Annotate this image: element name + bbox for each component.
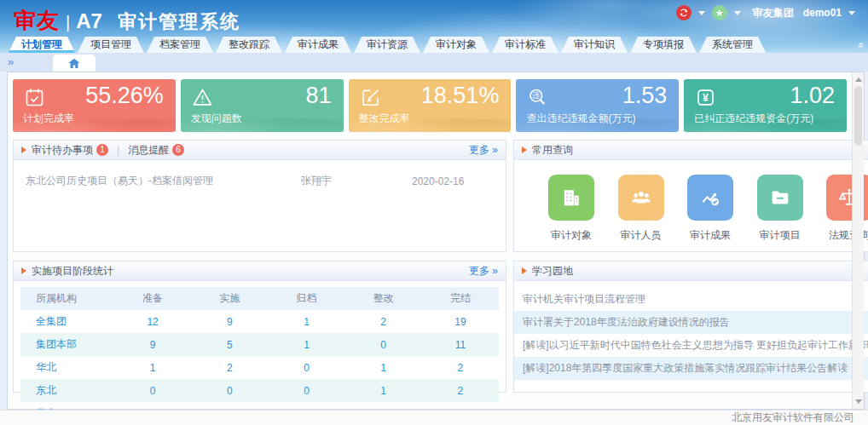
org-link[interactable]: 华北 [20, 360, 114, 375]
stage-count[interactable]: 5 [191, 339, 268, 351]
stage-count[interactable]: 11 [422, 339, 499, 351]
stat-card-corrected-funds[interactable]: ¥ 1.02 已纠正违纪违规资金(万元) [684, 79, 847, 132]
stage-count[interactable]: 2 [422, 362, 499, 374]
user-name-label[interactable]: demo01 [803, 7, 842, 19]
column-header: 归档 [268, 291, 344, 306]
stat-label: 整改完成率 [359, 112, 410, 126]
stage-stats-more-link[interactable]: 更多 » [469, 264, 498, 279]
users-icon [618, 175, 664, 221]
tab-special-reporting[interactable]: 专项填报 [630, 37, 697, 53]
column-header: 所属机构 [20, 291, 114, 306]
stat-value: 1.53 [622, 83, 668, 109]
app-header: 审友 | A7 审计管理系统 ★ 审友集团 demo01 计划管理 项目管理 档… [0, 0, 868, 53]
violation-search-icon: 违 [526, 86, 549, 109]
refresh-icon[interactable] [676, 5, 692, 20]
header-divider: | [117, 144, 119, 156]
stat-card-violation-amount[interactable]: 违 1.53 查出违纪违规金额(万元) [516, 79, 679, 132]
stage-count[interactable]: 0 [114, 385, 191, 397]
stage-count[interactable]: 1 [268, 339, 344, 351]
vertical-scrollbar[interactable] [852, 72, 864, 409]
tab-audit-standards[interactable]: 审计标准 [492, 37, 558, 53]
column-header: 准备 [114, 291, 191, 306]
tab-audit-resources[interactable]: 审计资源 [354, 37, 420, 53]
stage-count[interactable]: 1 [114, 362, 191, 374]
expand-menu-icon[interactable]: » [8, 55, 14, 68]
collapse-header-icon[interactable]: » [854, 43, 866, 49]
learning-panel: 学习园地 更多 » 审计机关审计项目流程管理 审计署关于2018年度法治政府建设… [513, 261, 868, 393]
tab-audit-knowledge[interactable]: 审计知识 [561, 37, 628, 53]
quick-link-audit-staff[interactable]: 审计人员 [618, 175, 664, 243]
todo-panel: 审计待办事项 1 | 消息提醒 6 更多 » 东北公司历史项目（易天）-档案借阅… [13, 140, 506, 252]
home-tab[interactable] [53, 55, 95, 72]
quick-link-label: 审计成果 [690, 228, 731, 243]
todo-item-name[interactable]: 东北公司历史项目（易天）-档案借阅管理 [26, 174, 301, 188]
footer: 北京用友审计软件有限公司 [0, 410, 868, 425]
stage-count[interactable]: 2 [345, 316, 422, 328]
chevron-down-icon[interactable] [848, 11, 855, 15]
scroll-up-icon[interactable] [855, 78, 862, 82]
stage-count[interactable]: 0 [268, 362, 344, 374]
todo-item-date: 2020-02-16 [412, 175, 483, 187]
learning-list: 审计机关审计项目流程管理 审计署关于2018年度法治政府建设情况的报告 [解读]… [514, 288, 868, 380]
scroll-down-icon[interactable] [855, 399, 862, 404]
table-row: 东北 0 0 0 1 2 [20, 379, 499, 402]
tab-archive-management[interactable]: 档案管理 [147, 37, 213, 53]
stage-count[interactable]: 9 [114, 339, 191, 351]
todo-list-item[interactable]: 东北公司历史项目（易天）-档案借阅管理 张翔宇 2020-02-16 [14, 174, 506, 188]
stage-count[interactable]: 2 [191, 362, 268, 374]
stat-card-found-issues[interactable]: 81 发现问题数 [181, 79, 344, 132]
stage-count[interactable]: 12 [114, 316, 191, 328]
quick-link-audit-objects[interactable]: 审计对象 [548, 175, 594, 243]
stage-count[interactable]: 19 [422, 316, 499, 328]
home-icon [67, 57, 81, 69]
quick-link-label: 审计人员 [621, 228, 662, 243]
stat-label: 已纠正违纪违规资金(万元) [694, 112, 813, 126]
stage-count[interactable]: 0 [191, 385, 268, 397]
chevron-down-icon[interactable] [734, 11, 741, 15]
stage-count[interactable]: 2 [422, 385, 499, 397]
app-logo: 审友 | A7 审计管理系统 [14, 6, 240, 36]
stage-count[interactable]: 9 [191, 316, 268, 328]
stage-stats-header: 实施项目阶段统计 更多 » [14, 261, 506, 281]
stage-count[interactable]: 1 [268, 316, 344, 328]
tab-rectification-tracking[interactable]: 整改跟踪 [216, 37, 282, 53]
tab-audit-results[interactable]: 审计成果 [285, 37, 351, 53]
stat-label: 计划完成率 [23, 112, 74, 126]
list-item[interactable]: 审计署关于2018年度法治政府建设情况的报告 [514, 311, 868, 334]
scrollbar-thumb[interactable] [854, 86, 862, 146]
todo-more-link[interactable]: 更多 » [469, 143, 498, 158]
tab-project-management[interactable]: 项目管理 [78, 37, 144, 53]
stage-count[interactable]: 1 [345, 362, 422, 374]
list-item[interactable]: [解读]2018年第四季度国家重大政策措施落实情况跟踪审计结果公告解读 [514, 357, 868, 380]
star-icon[interactable]: ★ [712, 5, 727, 20]
stage-count[interactable]: 0 [268, 385, 344, 397]
todo-panel-header: 审计待办事项 1 | 消息提醒 6 更多 » [14, 141, 506, 160]
main-content: 55.26% 计划完成率 81 发现问题数 18.5 [7, 72, 865, 410]
svg-text:¥: ¥ [703, 92, 709, 104]
chart-check-icon [687, 175, 733, 221]
chevron-down-icon[interactable] [698, 11, 705, 15]
stat-value: 18.51% [421, 83, 500, 109]
tab-system-management[interactable]: 系统管理 [699, 37, 766, 53]
messages-title[interactable]: 消息提醒 [128, 143, 169, 158]
stage-count[interactable]: 1 [345, 385, 422, 397]
list-item[interactable]: 审计机关审计项目流程管理 [514, 288, 868, 311]
quick-query-panel: 常用查询 [513, 140, 868, 252]
stat-card-rectification-completion[interactable]: 18.51% 整改完成率 [349, 79, 512, 132]
stat-card-plan-completion[interactable]: 55.26% 计划完成率 [13, 79, 176, 132]
tab-audit-objects[interactable]: 审计对象 [423, 37, 489, 53]
org-link[interactable]: 集团本部 [20, 337, 114, 352]
quick-link-audit-projects[interactable]: 审计项目 [757, 175, 803, 243]
warning-icon [191, 86, 214, 109]
main-nav-tabs: 计划管理 项目管理 档案管理 整改跟踪 审计成果 审计资源 审计对象 审计标准 … [9, 37, 766, 53]
org-link[interactable]: 东北 [20, 383, 114, 398]
todo-title[interactable]: 审计待办事项 [32, 143, 93, 158]
list-item[interactable]: [解读]以习近平新时代中国特色社会主义思想为指导 更好担负起审计工作新职责新..… [514, 334, 868, 357]
stage-count[interactable]: 0 [345, 339, 422, 351]
tab-plan-management[interactable]: 计划管理 [9, 37, 75, 53]
stat-label: 发现问题数 [191, 112, 242, 126]
org-link[interactable]: 全集团 [20, 314, 114, 329]
section-bullet-icon [522, 146, 527, 153]
column-header: 完结 [422, 291, 499, 306]
quick-link-audit-results[interactable]: 审计成果 [687, 175, 733, 243]
